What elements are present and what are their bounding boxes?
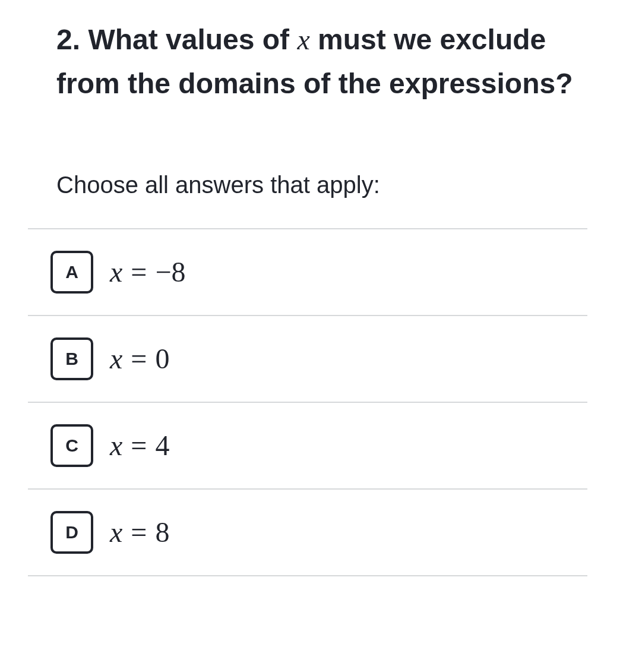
- answer-option-d[interactable]: D x = 8: [28, 488, 587, 576]
- answer-option-c[interactable]: C x = 4: [28, 402, 587, 488]
- answer-list: A x = −8 B x = 0 C x =: [28, 228, 587, 576]
- question-variable: x: [297, 24, 309, 55]
- option-box-b[interactable]: B: [50, 337, 93, 380]
- option-math-c: x = 4: [110, 429, 169, 462]
- question-text-part1: What values of: [88, 24, 297, 55]
- math-value: −8: [155, 255, 185, 288]
- option-math-b: x = 0: [110, 342, 169, 375]
- math-variable: x: [110, 516, 122, 548]
- question-number: 2.: [56, 24, 80, 55]
- answer-option-b[interactable]: B x = 0: [28, 315, 587, 402]
- answer-option-a[interactable]: A x = −8: [28, 228, 587, 315]
- math-equals: =: [131, 255, 147, 288]
- option-letter: B: [65, 349, 78, 369]
- option-math-a: x = −8: [110, 255, 185, 288]
- option-letter: C: [65, 436, 78, 456]
- option-letter: A: [65, 262, 78, 282]
- option-box-a[interactable]: A: [50, 251, 93, 294]
- math-value: 8: [155, 516, 169, 548]
- option-box-c[interactable]: C: [50, 424, 93, 467]
- math-equals: =: [131, 516, 147, 548]
- math-variable: x: [110, 429, 122, 462]
- math-equals: =: [131, 429, 147, 462]
- question-container: 2. What values of x must we exclude from…: [27, 18, 587, 576]
- option-math-d: x = 8: [110, 516, 169, 548]
- question-title: 2. What values of x must we exclude from…: [56, 18, 587, 106]
- instruction-text: Choose all answers that apply:: [56, 172, 587, 198]
- math-equals: =: [131, 342, 147, 375]
- math-variable: x: [110, 342, 122, 375]
- option-letter: D: [65, 522, 78, 542]
- math-variable: x: [110, 255, 122, 288]
- math-value: 0: [155, 342, 169, 375]
- math-value: 4: [155, 429, 169, 462]
- option-box-d[interactable]: D: [50, 511, 93, 554]
